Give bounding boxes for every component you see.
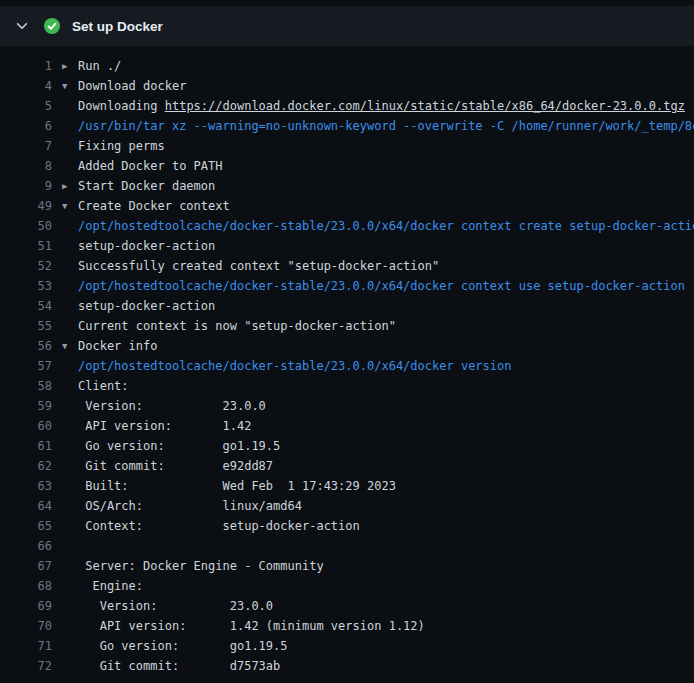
line-number[interactable]: 65: [0, 516, 52, 536]
log-line: 68 Engine:: [0, 576, 694, 596]
line-number[interactable]: 51: [0, 236, 52, 256]
line-number[interactable]: 63: [0, 476, 52, 496]
group-expanded-icon[interactable]: ▼: [62, 336, 78, 356]
log-line-content: Downloading https://download.docker.com/…: [62, 96, 685, 116]
log-line: 67 Server: Docker Engine - Community: [0, 556, 694, 576]
log-text: setup-docker-action: [62, 236, 215, 256]
log-line: 5Downloading https://download.docker.com…: [0, 96, 694, 116]
line-number[interactable]: 61: [0, 436, 52, 456]
line-number[interactable]: 57: [0, 356, 52, 376]
line-number[interactable]: 7: [0, 136, 52, 156]
log-text: Context: setup-docker-action: [62, 516, 360, 536]
log-text: setup-docker-action: [62, 296, 215, 316]
log-group-row: 1▶Run ./: [0, 56, 694, 76]
log-line: 65 Context: setup-docker-action: [0, 516, 694, 536]
line-number[interactable]: 71: [0, 636, 52, 656]
group-expanded-icon[interactable]: ▼: [62, 76, 78, 96]
log-text: Fixing perms: [62, 136, 165, 156]
group-collapsed-icon[interactable]: ▶: [62, 56, 78, 76]
log-line: 70 API version: 1.42 (minimum version 1.…: [0, 616, 694, 636]
line-number[interactable]: 4: [0, 76, 52, 96]
chevron-down-icon[interactable]: [14, 18, 30, 34]
line-number[interactable]: 56: [0, 336, 52, 356]
log-text: Go version: go1.19.5: [62, 636, 288, 656]
log-command-text: /opt/hostedtoolcache/docker-stable/23.0.…: [62, 276, 685, 296]
step-header[interactable]: Set up Docker: [0, 6, 694, 46]
log-text: Client:: [62, 376, 129, 396]
line-number[interactable]: 55: [0, 316, 52, 336]
log-text: Downloading: [78, 99, 165, 113]
line-number[interactable]: 62: [0, 456, 52, 476]
line-number[interactable]: 59: [0, 396, 52, 416]
log-text: Current context is now "setup-docker-act…: [62, 316, 396, 336]
line-number[interactable]: 50: [0, 216, 52, 236]
log-line: 72 Git commit: d7573ab: [0, 656, 694, 676]
group-expanded-icon[interactable]: ▼: [62, 196, 78, 216]
log-url-link[interactable]: https://download.docker.com/linux/static…: [165, 99, 685, 113]
log-text: Added Docker to PATH: [62, 156, 223, 176]
log-group[interactable]: ▼Download docker: [62, 76, 186, 96]
log-line: 71 Go version: go1.19.5: [0, 636, 694, 656]
line-number[interactable]: 1: [0, 56, 52, 76]
log-command-text: /opt/hostedtoolcache/docker-stable/23.0.…: [62, 216, 694, 236]
line-number[interactable]: 64: [0, 496, 52, 516]
group-label[interactable]: Start Docker daemon: [78, 179, 215, 193]
log-text: Git commit: e92dd87: [62, 456, 273, 476]
log-command-text: /opt/hostedtoolcache/docker-stable/23.0.…: [62, 356, 511, 376]
log-text: Server: Docker Engine - Community: [62, 556, 324, 576]
line-number[interactable]: 49: [0, 196, 52, 216]
log-text: Built: Wed Feb 1 17:43:29 2023: [62, 476, 396, 496]
group-label[interactable]: Create Docker context: [78, 199, 230, 213]
group-label[interactable]: Run ./: [78, 59, 121, 73]
log-command-text: /usr/bin/tar xz --warning=no-unknown-key…: [62, 116, 694, 136]
line-number[interactable]: 69: [0, 596, 52, 616]
log-line: 50/opt/hostedtoolcache/docker-stable/23.…: [0, 216, 694, 236]
line-number[interactable]: 6: [0, 116, 52, 136]
log-line: 51setup-docker-action: [0, 236, 694, 256]
log-line: 58Client:: [0, 376, 694, 396]
line-number[interactable]: 53: [0, 276, 52, 296]
log-text: Go version: go1.19.5: [62, 436, 280, 456]
log-group[interactable]: ▼Create Docker context: [62, 196, 230, 216]
log-line: 59 Version: 23.0.0: [0, 396, 694, 416]
log-text: Engine:: [62, 576, 143, 596]
log-text: Git commit: d7573ab: [62, 656, 280, 676]
line-number[interactable]: 9: [0, 176, 52, 196]
log-group[interactable]: ▶Start Docker daemon: [62, 176, 215, 196]
log-text: Version: 23.0.0: [62, 596, 273, 616]
line-number[interactable]: 8: [0, 156, 52, 176]
line-number[interactable]: 72: [0, 656, 52, 676]
log-line: 7Fixing perms: [0, 136, 694, 156]
log-text: OS/Arch: linux/amd64: [62, 496, 302, 516]
log-text: [62, 536, 78, 556]
group-label[interactable]: Docker info: [78, 339, 157, 353]
line-number[interactable]: 67: [0, 556, 52, 576]
group-label[interactable]: Download docker: [78, 79, 186, 93]
log-line: 64 OS/Arch: linux/amd64: [0, 496, 694, 516]
log-line: 8Added Docker to PATH: [0, 156, 694, 176]
line-number[interactable]: 66: [0, 536, 52, 556]
log-text: Version: 23.0.0: [62, 396, 266, 416]
log-text: API version: 1.42 (minimum version 1.12): [62, 616, 425, 636]
log-group[interactable]: ▼Docker info: [62, 336, 157, 356]
line-number[interactable]: 70: [0, 616, 52, 636]
group-collapsed-icon[interactable]: ▶: [62, 176, 78, 196]
line-number[interactable]: 52: [0, 256, 52, 276]
line-number[interactable]: 5: [0, 96, 52, 116]
log-line: 62 Git commit: e92dd87: [0, 456, 694, 476]
line-number[interactable]: 54: [0, 296, 52, 316]
log-group-row: 9▶Start Docker daemon: [0, 176, 694, 196]
line-number[interactable]: 58: [0, 376, 52, 396]
line-number[interactable]: 60: [0, 416, 52, 436]
log-line: 63 Built: Wed Feb 1 17:43:29 2023: [0, 476, 694, 496]
log-line: 69 Version: 23.0.0: [0, 596, 694, 616]
log-group-row: 56▼Docker info: [0, 336, 694, 356]
log-line: 54setup-docker-action: [0, 296, 694, 316]
log-line: 66: [0, 536, 694, 556]
line-number[interactable]: 68: [0, 576, 52, 596]
log-line: 60 API version: 1.42: [0, 416, 694, 436]
log-text: Successfully created context "setup-dock…: [62, 256, 439, 276]
log-group[interactable]: ▶Run ./: [62, 56, 121, 76]
log-line: 57/opt/hostedtoolcache/docker-stable/23.…: [0, 356, 694, 376]
log-line: 53/opt/hostedtoolcache/docker-stable/23.…: [0, 276, 694, 296]
